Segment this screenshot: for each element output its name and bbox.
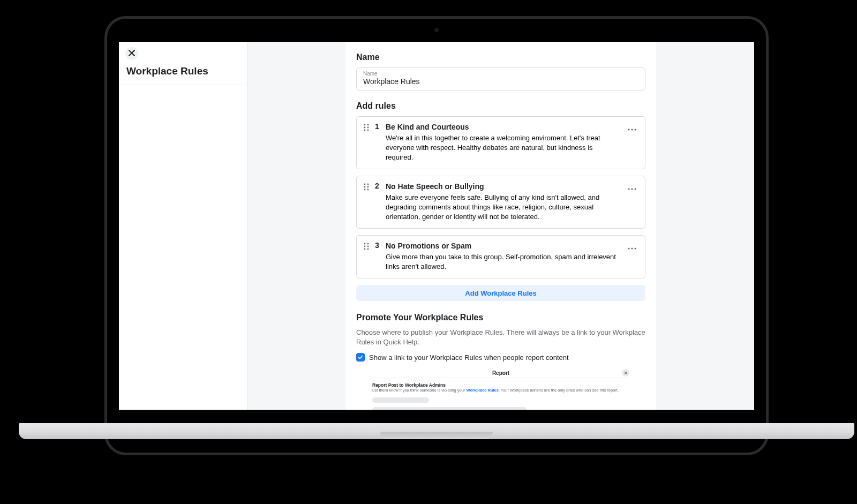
rule-description: We're all in this together to create a w…	[386, 133, 616, 162]
drag-handle-icon	[363, 124, 370, 133]
rule-menu-button[interactable]	[628, 122, 638, 162]
svg-point-17	[634, 188, 636, 190]
svg-point-6	[628, 129, 629, 130]
report-preview-close-button[interactable]: ✕	[622, 369, 629, 377]
svg-point-21	[367, 246, 369, 247]
rule-index: 2	[373, 182, 381, 222]
svg-point-14	[367, 189, 369, 191]
workplace-rules-link[interactable]: Workplace Rules	[467, 388, 499, 393]
svg-point-7	[631, 129, 633, 130]
report-preview-title: Report Post to Workplace Admins	[372, 382, 629, 388]
drag-handle[interactable]	[363, 122, 373, 162]
drag-handle[interactable]	[363, 241, 373, 272]
more-dots-icon	[628, 242, 636, 252]
report-preview-text-before: Let them know if you think someone is vi…	[372, 388, 467, 393]
report-preview-header: Report	[492, 370, 509, 376]
main-area: Name Name Add rules	[247, 42, 754, 410]
name-field-label: Name	[363, 71, 638, 77]
more-dots-icon	[628, 183, 636, 192]
svg-point-23	[367, 249, 369, 250]
more-dots-icon	[628, 123, 636, 133]
sidebar: Workplace Rules	[119, 42, 247, 410]
svg-point-9	[364, 184, 366, 185]
svg-point-10	[367, 184, 369, 185]
promote-checkbox-label: Show a link to your Workplace Rules when…	[369, 353, 569, 362]
promote-subtext: Choose where to publish your Workplace R…	[356, 328, 645, 347]
svg-point-13	[364, 189, 366, 191]
rule-description: Give more than you take to this group. S…	[386, 252, 616, 272]
laptop-camera	[434, 28, 439, 32]
drag-handle-icon	[363, 243, 370, 252]
rule-index: 3	[373, 241, 381, 272]
name-input[interactable]	[363, 77, 638, 86]
rule-title: Be Kind and Courteous	[386, 122, 628, 132]
rules-heading: Add rules	[356, 101, 645, 111]
report-preview: Report ✕ Report Post to Workplace Admins…	[356, 367, 645, 410]
page-title: Workplace Rules	[125, 65, 240, 77]
svg-point-24	[628, 247, 629, 249]
svg-point-4	[364, 130, 366, 131]
svg-point-11	[364, 186, 366, 188]
svg-point-1	[367, 124, 369, 126]
report-preview-text-after: . Your Workplace admins are the only one…	[499, 388, 619, 393]
rule-card: 3 No Promotions or Spam Give more than y…	[356, 235, 645, 279]
svg-point-25	[631, 247, 633, 249]
check-icon	[358, 352, 363, 362]
svg-point-19	[367, 243, 369, 245]
rule-title: No Hate Speech or Bullying	[386, 182, 628, 191]
svg-point-2	[364, 127, 366, 129]
app-screen: Workplace Rules Name Name Add rules	[119, 42, 754, 410]
name-input-wrap[interactable]: Name	[356, 67, 645, 91]
svg-point-26	[634, 247, 636, 249]
svg-point-15	[628, 188, 629, 190]
promote-checkbox[interactable]	[356, 353, 365, 362]
add-rule-button[interactable]: Add Workplace Rules	[356, 285, 645, 301]
svg-point-8	[634, 129, 636, 130]
laptop-trackpad-notch	[380, 432, 493, 439]
drag-handle-icon	[363, 183, 370, 193]
svg-point-3	[367, 127, 369, 129]
skeleton-line	[372, 407, 527, 410]
svg-point-0	[364, 124, 366, 126]
rule-card: 2 No Hate Speech or Bullying Make sure e…	[356, 176, 645, 229]
svg-point-16	[631, 188, 633, 190]
svg-point-12	[367, 186, 369, 188]
rule-description: Make sure everyone feels safe. Bullying …	[386, 193, 616, 222]
svg-point-20	[364, 246, 366, 247]
close-icon	[129, 49, 135, 58]
close-button[interactable]	[125, 47, 138, 60]
rule-card: 1 Be Kind and Courteous We're all in thi…	[356, 116, 645, 169]
settings-panel: Name Name Add rules	[345, 42, 656, 410]
svg-point-22	[364, 249, 366, 250]
name-heading: Name	[356, 52, 645, 62]
svg-point-5	[367, 130, 369, 131]
close-icon: ✕	[624, 371, 628, 375]
skeleton-line	[372, 397, 429, 403]
svg-point-18	[364, 243, 366, 245]
promote-heading: Promote Your Workplace Rules	[356, 313, 645, 322]
rule-index: 1	[373, 122, 381, 162]
laptop-frame: Workplace Rules Name Name Add rules	[104, 16, 769, 455]
rules-list: 1 Be Kind and Courteous We're all in thi…	[356, 116, 645, 279]
rule-menu-button[interactable]	[628, 241, 638, 272]
rule-title: No Promotions or Spam	[386, 241, 628, 251]
rule-menu-button[interactable]	[628, 182, 638, 222]
drag-handle[interactable]	[363, 182, 373, 222]
report-preview-text: Let them know if you think someone is vi…	[372, 388, 629, 393]
